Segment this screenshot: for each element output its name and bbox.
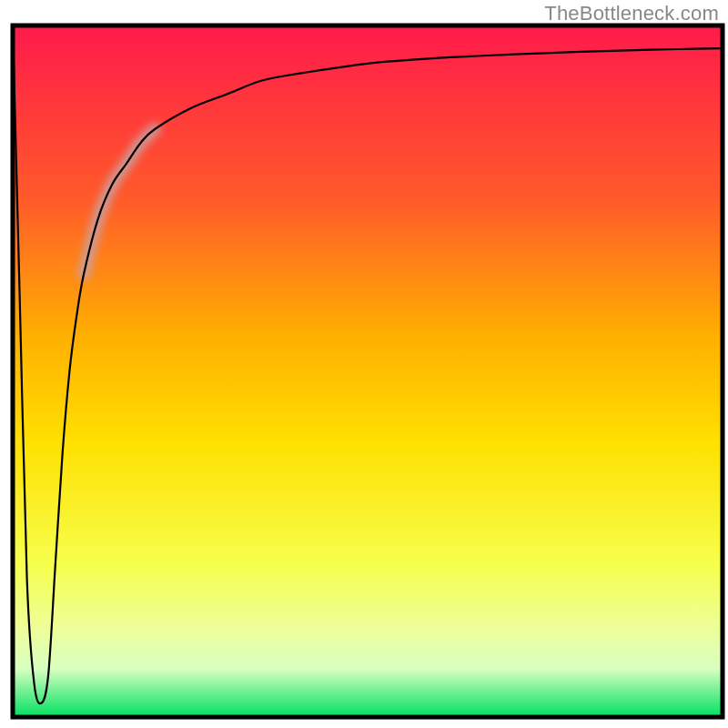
plot-background — [13, 25, 723, 717]
bottleneck-chart — [0, 0, 728, 728]
watermark-label: TheBottleneck.com — [544, 2, 719, 25]
